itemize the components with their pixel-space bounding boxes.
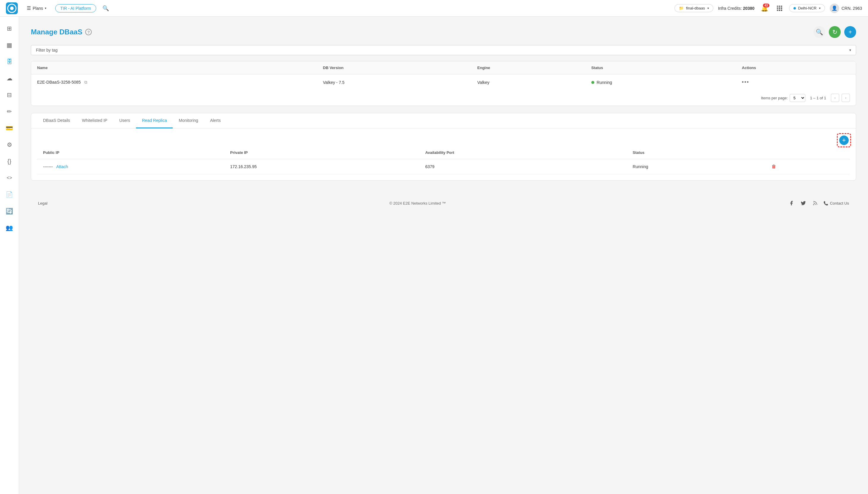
tabs-header: DBaaS Details Whitelisted IP Users Read … [31,113,856,128]
sidebar-item-functions[interactable]: ☁ [2,71,17,86]
table-row: E2E-DBaaS-3258-5085 ⧉ Valkey - 7.5 Valke… [31,74,856,91]
col-actions: Actions [736,61,856,74]
per-page-dropdown[interactable]: 5 10 25 [790,94,806,102]
sidebar-item-code[interactable]: {} [2,154,17,168]
filter-label: Filter by tag [36,48,58,53]
sidebar-item-billing[interactable]: 💳 [2,121,17,135]
add-replica-button[interactable]: + [837,133,851,147]
delete-replica-button[interactable]: 🗑 [772,164,776,169]
plans-label: Plans [33,6,43,11]
workspace-selector[interactable]: 📁 final-dbaas ▾ [674,4,713,12]
sidebar-item-storage[interactable]: ⊟ [2,88,17,102]
plans-menu[interactable]: ☰ Plans ▾ [22,3,51,13]
page-title-row: Manage DBaaS ? [31,28,92,36]
help-icon[interactable]: ? [85,29,92,35]
plans-chevron-icon: ▾ [45,6,46,10]
read-replica-table: Public IP Private IP Availability Port S… [37,146,850,174]
sidebar-item-servers[interactable]: ▦ [2,38,17,52]
filter-by-tag-select[interactable]: Filter by tag ▾ [31,45,856,55]
sidebar-item-database[interactable]: 🗄 [2,55,17,69]
col-status: Status [585,61,736,74]
items-per-page-label: Items per page: [761,96,788,100]
cell-name: E2E-DBaaS-3258-5085 ⧉ [31,74,317,91]
cell-availability-port: 6379 [419,159,627,174]
page-title: Manage DBaaS [31,28,82,36]
tab-alerts[interactable]: Alerts [204,113,227,128]
region-chevron-icon: ▾ [819,6,820,10]
cicd-icon: ✏ [7,108,12,115]
servers-icon: ▦ [6,41,12,49]
refresh-button[interactable]: ↻ [829,26,841,38]
settings-icon: ⚙ [7,141,12,148]
main-content: Manage DBaaS ? 🔍 ↻ + Filter by tag ▾ Na [19,17,868,494]
workspace-label: final-dbaas [686,6,705,11]
sidebar-item-settings[interactable]: ⚙ [2,138,17,152]
sidebar-item-sync[interactable]: 🔄 [2,204,17,218]
dbaas-table-container: Name DB Version Engine Status Actions E2… [31,61,856,106]
sidebar-item-dashboard[interactable]: ⊞ [2,21,17,36]
search-dbaas-button[interactable]: 🔍 [813,26,825,38]
status-running: Running [591,80,730,85]
storage-icon: ⊟ [7,91,12,98]
sidebar-item-users[interactable]: 👥 [2,221,17,235]
cell-status: Running [585,74,736,91]
col-availability-port: Availability Port [419,146,627,159]
add-icon: + [848,29,852,36]
filter-row: Filter by tag ▾ [31,45,856,55]
dbaas-table: Name DB Version Engine Status Actions E2… [31,61,856,90]
tabs-container: DBaaS Details Whitelisted IP Users Read … [31,113,856,180]
twitter-icon[interactable] [800,200,807,207]
prev-page-button[interactable]: ‹ [831,94,839,102]
facebook-icon[interactable] [788,200,795,207]
copyright-text: © 2024 E2E Networks Limited ™ [390,201,446,206]
add-replica-icon: + [839,135,849,145]
tab-monitoring[interactable]: Monitoring [173,113,204,128]
account-icon: 👤 [830,3,839,13]
app-switcher-button[interactable] [775,3,784,13]
top-navigation: ☰ Plans ▾ TIR - AI Platform 🔍 📁 final-db… [0,0,868,17]
grid-icon [777,6,782,11]
col-replica-actions [765,146,850,159]
table-header-row: Name DB Version Engine Status Actions [31,61,856,74]
cell-public-ip: ------- Attach [37,159,224,174]
legal-link[interactable]: Legal [38,201,48,206]
notification-button[interactable]: 🔔 43 [759,3,770,14]
sidebar-item-files[interactable]: 📄 [2,187,17,202]
add-dbaas-button[interactable]: + [844,26,856,38]
next-page-button[interactable]: › [842,94,850,102]
sidebar-item-cicd[interactable]: ✏ [2,104,17,119]
rss-icon[interactable] [812,200,819,207]
copy-icon[interactable]: ⧉ [84,80,87,85]
account-menu[interactable]: 👤 CRN. 2963 [830,3,862,13]
billing-icon: 💳 [6,125,13,132]
attach-link[interactable]: Attach [56,164,68,169]
tab-read-replica[interactable]: Read Replica [136,113,173,128]
search-icon: 🔍 [103,5,109,12]
status-dot-icon [591,81,594,84]
row-actions-menu[interactable]: ••• [742,79,749,86]
col-private-ip: Private IP [224,146,419,159]
region-selector[interactable]: Delhi-NCR ▾ [789,4,825,12]
sidebar-item-git[interactable]: <> [2,171,17,185]
account-label: CRN. 2963 [842,6,862,11]
phone-icon: 📞 [824,201,828,206]
contact-us-link[interactable]: 📞 Contact Us [824,201,849,206]
col-name: Name [31,61,317,74]
tab-dbaas-details[interactable]: DBaaS Details [37,113,76,128]
search-button[interactable]: 🔍 [101,3,110,13]
tir-platform-button[interactable]: TIR - AI Platform [55,4,96,13]
tab-users[interactable]: Users [113,113,136,128]
folder-icon: 📁 [679,6,684,11]
cell-private-ip: 172.16.235.95 [224,159,419,174]
footer: Legal © 2024 E2E Networks Limited ™ 📞 Co… [31,192,856,214]
sidebar: ⊞ ▦ 🗄 ☁ ⊟ ✏ 💳 ⚙ {} <> 📄 🔄 👥 [0,17,19,494]
tab-whitelisted-ip[interactable]: Whitelisted IP [76,113,113,128]
pagination-row: Items per page: 5 10 25 1 – 1 of 1 ‹ › [31,90,856,106]
cell-db-version: Valkey - 7.5 [317,74,471,91]
users-icon: 👥 [6,224,13,231]
tab-content-read-replica: + Public IP Private IP Availability Port… [31,128,856,180]
cell-replica-delete: 🗑 [765,159,850,174]
app-logo[interactable] [6,2,18,14]
col-public-ip: Public IP [37,146,224,159]
svg-point-2 [813,205,814,205]
